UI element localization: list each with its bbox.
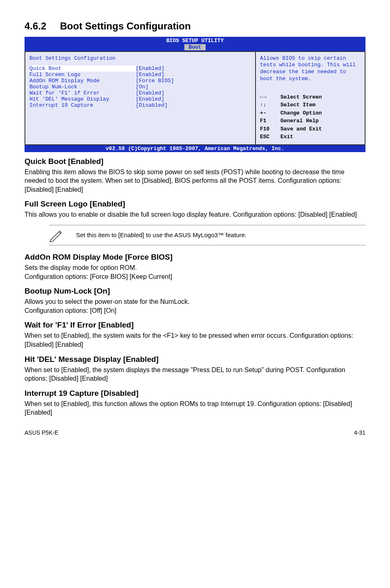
bios-left-panel: Boot Settings Configuration Quick Boot […	[25, 51, 255, 145]
heading-addon-rom: AddOn ROM Display Mode [Force BIOS]	[25, 253, 365, 262]
section-heading: 4.6.2 Boot Settings Configuration	[25, 20, 365, 32]
bios-item-label: AddOn ROM Display Mode	[29, 78, 136, 84]
bios-key-sym: ESC	[260, 133, 280, 141]
bios-item-value: [Force BIOS]	[136, 78, 174, 84]
bios-item: Quick Boot [Enabled]	[29, 65, 251, 72]
text-addon-rom: Sets the display mode for option ROM. Co…	[25, 263, 365, 281]
bios-item: Wait for 'F1' if Error [Enabled]	[29, 90, 251, 96]
bios-tab-row: Boot	[25, 44, 365, 51]
bios-key-desc: Save and Exit	[280, 125, 322, 133]
bios-key-desc: Change Option	[280, 109, 322, 117]
section-title: Boot Settings Configuration	[60, 20, 191, 31]
text-hit-del: When set to [Enabled], the system displa…	[25, 366, 365, 383]
bios-item-label: Quick Boot	[29, 65, 136, 72]
bios-header: BIOS SETUP UTILITY	[25, 37, 365, 44]
text-full-screen-logo: This allows you to enable or disable the…	[25, 210, 365, 219]
bios-item: AddOn ROM Display Mode [Force BIOS]	[29, 78, 251, 84]
footer-right: 4-31	[354, 429, 365, 436]
note-pencil-icon	[49, 228, 64, 242]
bios-key-sym: F10	[260, 125, 280, 133]
section-number: 4.6.2	[25, 20, 46, 31]
bios-item-label: Bootup Num-Lock	[29, 84, 136, 90]
text-numlock: Allows you to select the power-on state …	[25, 297, 365, 315]
heading-quick-boot: Quick Boot [Enabled]	[25, 157, 365, 166]
bios-footer: v02.58 (C)Copyright 1985-2007, American …	[25, 145, 365, 152]
heading-wait-f1: Wait for 'F1' If Error [Enabled]	[25, 321, 365, 330]
bios-item-value: [Enabled]	[136, 72, 164, 78]
text-wait-f1: When set to [Enabled], the system waits …	[25, 331, 365, 349]
text-quick-boot: Enabling this item allows the BIOS to sk…	[25, 168, 365, 194]
note-row: Set this item to [Enabled] to use the AS…	[49, 225, 365, 245]
heading-hit-del: Hit 'DEL' Message Display [Enabled]	[25, 355, 365, 364]
text-int19: When set to [Enabled], this function all…	[25, 399, 365, 417]
bios-item-label: Full Screen Logo	[29, 72, 136, 78]
page-footer: ASUS P5K-E 4-31	[25, 429, 365, 436]
bios-item-label: Interrupt 19 Capture	[29, 102, 136, 108]
footer-left: ASUS P5K-E	[25, 429, 58, 436]
bios-help-text: Allows BIOS to skip certain tests while …	[260, 55, 361, 83]
bios-panel-title: Boot Settings Configuration	[29, 55, 251, 61]
bios-key-sym: ↑↓	[260, 101, 280, 109]
bios-key-desc: Exit	[280, 133, 293, 141]
bios-key-sym: F1	[260, 117, 280, 125]
bios-key-sym: +-	[260, 109, 280, 117]
bios-item: Full Screen Logo [Enabled]	[29, 72, 251, 78]
bios-item: Interrupt 19 Capture [Disabled]	[29, 102, 251, 108]
bios-screenshot: BIOS SETUP UTILITY Boot Boot Settings Co…	[25, 37, 365, 152]
bios-item-label: Wait for 'F1' if Error	[29, 90, 136, 96]
heading-numlock: Bootup Num-Lock [On]	[25, 287, 365, 296]
bios-item-value: [Enabled]	[136, 90, 164, 96]
bios-tab-boot: Boot	[184, 44, 205, 50]
bios-right-panel: Allows BIOS to skip certain tests while …	[255, 51, 365, 145]
bios-item: Bootup Num-Lock [On]	[29, 84, 251, 90]
bios-key-desc: General Help	[280, 117, 319, 125]
note-text: Set this item to [Enabled] to use the AS…	[76, 231, 247, 238]
bios-item-value: [Disabled]	[136, 102, 168, 108]
bios-key-sym: ←→	[260, 93, 280, 101]
bios-item: Hit 'DEL' Message Display [Enabled]	[29, 96, 251, 102]
bios-item-label: Hit 'DEL' Message Display	[29, 96, 136, 102]
bios-item-value: [Enabled]	[136, 65, 164, 72]
bios-key-desc: Select Screen	[280, 93, 322, 101]
heading-int19: Interrupt 19 Capture [Disabled]	[25, 389, 365, 398]
bios-key-desc: Select Item	[280, 101, 316, 109]
bios-item-value: [On]	[136, 84, 148, 90]
heading-full-screen-logo: Full Screen Logo [Enabled]	[25, 200, 365, 209]
bios-key-legend: ←→Select Screen ↑↓Select Item +-Change O…	[260, 93, 361, 141]
bios-item-value: [Enabled]	[136, 96, 164, 102]
